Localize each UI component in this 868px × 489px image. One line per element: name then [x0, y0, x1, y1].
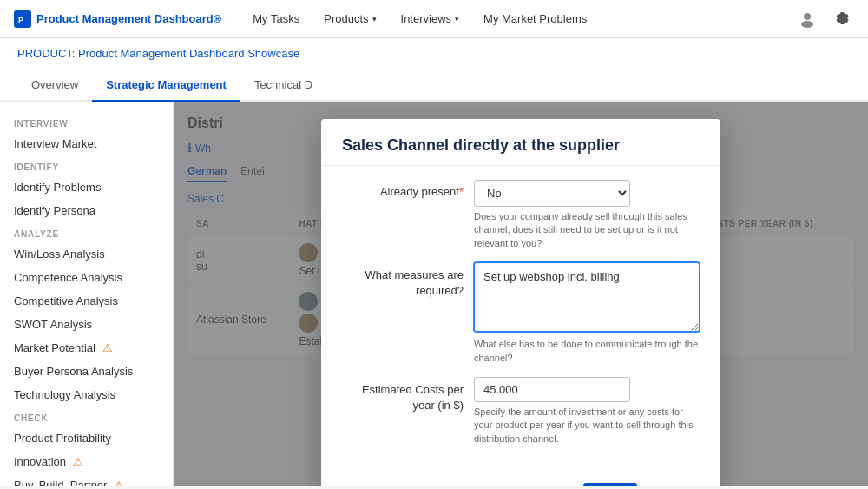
interviews-dropdown-icon: ▾ — [455, 15, 459, 23]
required-marker: * — [459, 185, 464, 198]
warning-icon-innovation: ⚠ — [73, 455, 83, 468]
sidebar-item-interview-market[interactable]: Interview Market — [0, 132, 173, 155]
measures-label: What measures are required? — [342, 262, 464, 299]
brand-label: Product Management Dashboard® — [36, 12, 221, 25]
warning-icon-bbp: ⚠ — [114, 479, 124, 486]
sidebar-section-interview: INTERVIEW — [0, 112, 173, 132]
nav-interviews[interactable]: Interviews ▾ — [391, 5, 470, 32]
svg-text:P: P — [18, 16, 23, 24]
form-row-already-present: Already present* No Yes Not relevant Doe… — [342, 180, 700, 250]
modal-footer: Save Cancel — [321, 472, 720, 486]
tab-overview[interactable]: Overview — [17, 69, 92, 102]
top-nav: P Product Management Dashboard® My Tasks… — [0, 0, 868, 38]
sidebar-item-market-potential[interactable]: Market Potential ⚠ — [0, 336, 173, 360]
sidebar: INTERVIEW Interview Market IDENTIFY Iden… — [0, 102, 174, 486]
sidebar-item-buyer-persona[interactable]: Buyer Persona Analysis — [0, 360, 173, 383]
save-button[interactable]: Save — [583, 483, 637, 486]
sidebar-section-identify: IDENTIFY — [0, 155, 173, 175]
costs-label: Estimated Costs per year (in $) — [342, 377, 464, 413]
sidebar-section-analyze: ANALYZE — [0, 222, 173, 242]
sidebar-item-product-profitability[interactable]: Product Profitability — [0, 426, 173, 450]
measures-hint: What else has to be done to communicate … — [474, 338, 700, 365]
costs-hint: Specify the amount of investment or any … — [474, 406, 700, 446]
costs-control: Specify the amount of investment or any … — [474, 377, 700, 446]
sidebar-item-competence[interactable]: Competence Analysis — [0, 266, 173, 289]
settings-button[interactable] — [830, 7, 854, 31]
sidebar-item-buy-build-partner[interactable]: Buy, Build, Partner ⚠ — [0, 473, 173, 486]
tab-strategic-management[interactable]: Strategic Management — [92, 69, 240, 102]
warning-icon-market: ⚠ — [102, 341, 113, 354]
already-present-label: Already present* — [342, 180, 464, 198]
modal-dialog: Sales Channel directly at the supplier A… — [321, 119, 720, 486]
svg-point-2 — [804, 13, 811, 20]
sidebar-item-swot[interactable]: SWOT Analysis — [0, 313, 173, 336]
sidebar-section-check: CHECK — [0, 406, 173, 426]
modal-body: Already present* No Yes Not relevant Doe… — [321, 166, 720, 472]
tab-technical[interactable]: Technical D — [240, 69, 326, 102]
sidebar-item-identify-persona[interactable]: Identify Persona — [0, 199, 173, 222]
measures-textarea[interactable]: Set up webshop incl. billing — [474, 262, 700, 332]
main-layout: INTERVIEW Interview Market IDENTIFY Iden… — [0, 102, 868, 486]
costs-input[interactable] — [474, 377, 630, 402]
nav-products[interactable]: Products ▾ — [313, 5, 386, 32]
brand-icon: P — [14, 10, 31, 28]
page-header: PRODUCT: Product Management Dashboard Sh… — [0, 38, 868, 69]
sidebar-item-technology[interactable]: Technology Analysis — [0, 383, 173, 406]
cancel-button[interactable]: Cancel — [644, 483, 700, 486]
sidebar-item-identify-problems[interactable]: Identify Problems — [0, 175, 173, 199]
page-title: Product Management Dashboard Showcase — [78, 47, 299, 60]
already-present-select[interactable]: No Yes Not relevant — [474, 180, 630, 207]
form-row-costs: Estimated Costs per year (in $) Specify … — [342, 377, 700, 446]
content-area: Distri ℹ Wh German Entei Sales C SA HAT … — [174, 102, 868, 486]
form-row-measures: What measures are required? Set up websh… — [342, 262, 700, 365]
app-brand[interactable]: P Product Management Dashboard® — [14, 10, 221, 28]
already-present-control: No Yes Not relevant Does your company al… — [474, 180, 700, 250]
user-avatar-button[interactable] — [795, 7, 819, 31]
svg-point-3 — [801, 21, 813, 28]
sidebar-item-competitive[interactable]: Competitive Analysis — [0, 289, 173, 313]
nav-icons — [795, 7, 854, 31]
products-dropdown-icon: ▾ — [372, 15, 377, 23]
sidebar-item-innovation[interactable]: Innovation ⚠ — [0, 450, 173, 473]
measures-control: Set up webshop incl. billing What else h… — [474, 262, 700, 365]
tabs-bar: Overview Strategic Management Technical … — [0, 69, 868, 102]
already-present-hint: Does your company already sell through t… — [474, 210, 700, 250]
nav-links: My Tasks Products ▾ Interviews ▾ My Mark… — [242, 5, 774, 32]
sidebar-item-win-loss[interactable]: Win/Loss Analysis — [0, 242, 173, 266]
modal-header: Sales Channel directly at the supplier — [321, 119, 720, 166]
nav-market-problems[interactable]: My Market Problems — [473, 5, 597, 32]
modal-overlay[interactable]: Sales Channel directly at the supplier A… — [174, 102, 868, 486]
nav-my-tasks[interactable]: My Tasks — [242, 5, 310, 32]
modal-title: Sales Channel directly at the supplier — [342, 136, 700, 155]
page-prefix: PRODUCT: — [17, 47, 78, 60]
